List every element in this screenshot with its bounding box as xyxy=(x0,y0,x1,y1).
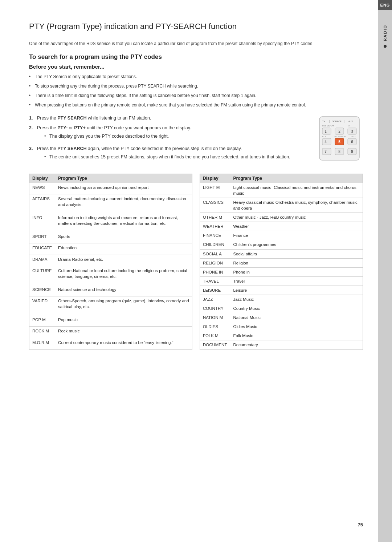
display-cell: RELIGION xyxy=(200,258,230,267)
svg-text:5: 5 xyxy=(338,140,340,144)
svg-text:1: 1 xyxy=(324,129,327,133)
table-row: CLASSICSHeavy classical music-Orchestra … xyxy=(200,198,363,213)
col-display-header-right: Display xyxy=(200,174,230,183)
display-cell: ROCK M xyxy=(29,327,55,338)
svg-text:8: 8 xyxy=(338,150,340,154)
program-cell: Oldies Music xyxy=(230,322,363,331)
display-cell: CHILDREN xyxy=(200,240,230,249)
sub-bullet-item: The display gives you the PTY codes desc… xyxy=(44,133,191,140)
display-cell: OLDIES xyxy=(200,322,230,331)
col-display-header: Display xyxy=(29,174,55,183)
step-3: 3. Press the PTY SEARCH again, while the… xyxy=(29,145,305,163)
table-row: NEWSNews including an announced opinion … xyxy=(29,183,192,194)
program-cell: Travel xyxy=(230,276,363,286)
table-row: PHONE INPhone in xyxy=(200,267,363,276)
bullet-list: The PTY Search is only applicable to pre… xyxy=(29,73,363,108)
display-cell: JAZZ xyxy=(200,295,230,304)
program-cell: Other music - Jazz, R&B country music xyxy=(230,213,363,222)
table-row: M.O.R.MCurrent contemporary music consid… xyxy=(29,338,192,349)
bullet-item: There is a time limit in doing the follo… xyxy=(29,92,363,99)
svg-text:2: 2 xyxy=(338,129,340,133)
display-cell: TRAVEL xyxy=(200,276,230,286)
table-row: TRAVELTravel xyxy=(200,276,363,286)
table-row: VARIEDOthers-Speech, amusing program (qu… xyxy=(29,296,192,315)
table-section: Display Program Type NEWSNews including … xyxy=(29,174,363,350)
display-cell: POP M xyxy=(29,315,55,326)
program-cell: Children's programmes xyxy=(230,240,363,249)
side-tab-radio: RADIO xyxy=(383,25,387,48)
display-cell: SOCIAL A xyxy=(200,249,230,258)
display-cell: CLASSICS xyxy=(200,198,230,213)
table-row: SCIENCENatural science and technology xyxy=(29,285,192,296)
program-cell: Light classical music- Classical music a… xyxy=(230,183,363,198)
svg-rect-23 xyxy=(322,148,331,155)
table-row: FINANCEFinance xyxy=(200,231,363,240)
col-program-header-right: Program Type xyxy=(230,174,363,183)
table-row: SPORTSports xyxy=(29,232,192,243)
display-cell: SCIENCE xyxy=(29,285,55,296)
intro-text: One of the advantages of the RDS service… xyxy=(29,40,363,47)
steps-list: 1. Press the PTY SEARCH while listening … xyxy=(29,115,305,163)
table-row: SOCIAL ASocial affairs xyxy=(200,249,363,258)
program-cell: Others-Speech, amusing program (quiz, ga… xyxy=(55,296,192,315)
display-cell: DOCUMENT xyxy=(200,340,230,349)
table-row: CULTURECulture-National or local culture… xyxy=(29,266,192,285)
program-cell: Folk Music xyxy=(230,331,363,340)
svg-rect-17 xyxy=(322,138,331,145)
display-cell: NEWS xyxy=(29,183,55,194)
display-cell: WEATHER xyxy=(200,222,230,231)
svg-text:SOURCE: SOURCE xyxy=(332,120,342,122)
program-cell: Several matters including a current inci… xyxy=(55,194,192,213)
svg-text:TV: TV xyxy=(322,120,325,122)
page-title: PTY (Program Type) indication and PTY-SE… xyxy=(29,22,363,35)
display-cell: DRAMA xyxy=(29,255,55,266)
side-tab: ENG RADIO xyxy=(378,0,392,542)
program-cell: Natural science and technology xyxy=(55,285,192,296)
program-cell: Rock music xyxy=(55,327,192,338)
remote-diagram: TV SOURCE AUX RDS DISPLAY TA 1 2 3 PTY- … xyxy=(316,115,363,163)
display-cell: VARIED xyxy=(29,296,55,315)
svg-text:6: 6 xyxy=(351,140,353,144)
program-cell: Weather xyxy=(230,222,363,231)
page-number: 75 xyxy=(358,522,363,527)
svg-text:3: 3 xyxy=(351,129,353,133)
svg-text:PTY-: PTY- xyxy=(322,136,326,138)
svg-rect-8 xyxy=(322,128,331,134)
table-row: AFFAIRSSeveral matters including a curre… xyxy=(29,194,192,213)
svg-text:9: 9 xyxy=(351,150,353,154)
section2-title: Before you start, remember... xyxy=(29,64,363,70)
program-cell: Heavy classical music-Orchestra music, s… xyxy=(230,198,363,213)
table-row: ROCK MRock music xyxy=(29,327,192,338)
display-cell: PHONE IN xyxy=(200,267,230,276)
program-cell: Social affairs xyxy=(230,249,363,258)
program-cell: Culture-National or local culture includ… xyxy=(55,266,192,285)
program-cell: Country Music xyxy=(230,304,363,313)
program-cell: Drama-Radio serial, etc. xyxy=(55,255,192,266)
display-cell: CULTURE xyxy=(29,266,55,285)
program-cell: News including an announced opinion and … xyxy=(55,183,192,194)
display-cell: FINANCE xyxy=(200,231,230,240)
display-cell: FOLK M xyxy=(200,331,230,340)
table-row: POP MPop music xyxy=(29,315,192,326)
table-row: FOLK MFolk Music xyxy=(200,331,363,340)
table-row: OLDIESOldies Music xyxy=(200,322,363,331)
table-row: LIGHT MLight classical music- Classical … xyxy=(200,183,363,198)
table-row: CHILDRENChildren's programmes xyxy=(200,240,363,249)
program-cell: National Music xyxy=(230,313,363,322)
program-cell: Phone in xyxy=(230,267,363,276)
svg-text:PTY+: PTY+ xyxy=(351,136,356,138)
table-row: EDUCATEEducation xyxy=(29,243,192,255)
display-cell: INFO xyxy=(29,213,55,232)
svg-text:TA: TA xyxy=(348,125,350,127)
bullet-item: To stop searching any time during the pr… xyxy=(29,83,363,89)
display-cell: LEISURE xyxy=(200,286,230,295)
program-cell: Jazz Music xyxy=(230,295,363,304)
page-container: PTY (Program Type) indication and PTY-SE… xyxy=(0,0,392,542)
step-2: 2. Press the PTY- or PTY+ until the PTY … xyxy=(29,125,305,143)
display-cell: LIGHT M xyxy=(200,183,230,198)
col-program-header: Program Type xyxy=(55,174,192,183)
program-cell: Religion xyxy=(230,258,363,267)
display-cell: COUNTRY xyxy=(200,304,230,313)
table-row: LEISURELeisure xyxy=(200,286,363,295)
bullet-item: The PTY Search is only applicable to pre… xyxy=(29,73,363,80)
